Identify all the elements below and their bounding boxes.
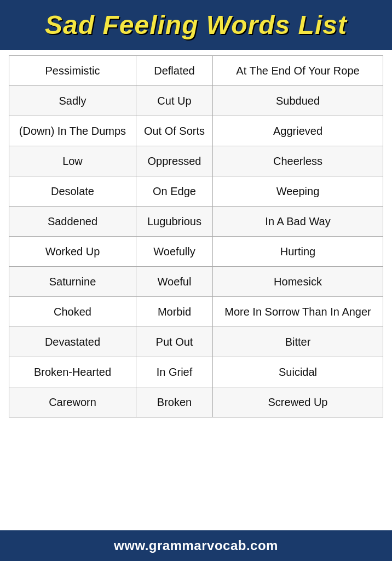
table-cell: Screwed Up: [213, 387, 383, 417]
table-cell: Desolate: [9, 176, 136, 207]
table-cell: Choked: [9, 297, 136, 327]
table-cell: Homesick: [213, 267, 383, 297]
table-row: LowOppressedCheerless: [9, 146, 383, 176]
words-table: PessimisticDeflatedAt The End Of Your Ro…: [9, 55, 383, 417]
table-row: ChokedMorbidMore In Sorrow Than In Anger: [9, 297, 383, 327]
table-cell: Pessimistic: [9, 56, 136, 86]
page-title: Sad Feeling Words List: [45, 10, 347, 39]
table-cell: Worked Up: [9, 237, 136, 267]
table-cell: Deflated: [136, 56, 212, 86]
table-row: DesolateOn EdgeWeeping: [9, 176, 383, 207]
table-cell: (Down) In The Dumps: [9, 116, 136, 146]
page-header: Sad Feeling Words List: [0, 0, 392, 50]
table-cell: Careworn: [9, 387, 136, 417]
table-cell: Weeping: [213, 176, 383, 207]
table-row: Broken-HeartedIn GriefSuicidal: [9, 357, 383, 387]
table-cell: Saddened: [9, 207, 136, 237]
table-cell: Suicidal: [213, 357, 383, 387]
table-cell: Bitter: [213, 327, 383, 357]
table-cell: Low: [9, 146, 136, 176]
table-cell: In Grief: [136, 357, 212, 387]
table-row: CarewornBrokenScrewed Up: [9, 387, 383, 417]
table-row: Worked UpWoefullyHurting: [9, 237, 383, 267]
table-cell: Devastated: [9, 327, 136, 357]
table-cell: In A Bad Way: [213, 207, 383, 237]
table-cell: Cheerless: [213, 146, 383, 176]
main-content: PessimisticDeflatedAt The End Of Your Ro…: [0, 50, 392, 530]
table-row: PessimisticDeflatedAt The End Of Your Ro…: [9, 56, 383, 86]
table-cell: Woefully: [136, 237, 212, 267]
table-cell: Sadly: [9, 86, 136, 116]
footer-url: www.grammarvocab.com: [114, 538, 278, 553]
table-cell: Lugubrious: [136, 207, 212, 237]
table-row: (Down) In The DumpsOut Of SortsAggrieved: [9, 116, 383, 146]
table-row: DevastatedPut OutBitter: [9, 327, 383, 357]
page-footer: www.grammarvocab.com: [0, 530, 392, 561]
table-cell: At The End Of Your Rope: [213, 56, 383, 86]
table-cell: Morbid: [136, 297, 212, 327]
table-cell: Cut Up: [136, 86, 212, 116]
table-row: SadlyCut UpSubdued: [9, 86, 383, 116]
table-cell: Oppressed: [136, 146, 212, 176]
table-cell: Subdued: [213, 86, 383, 116]
table-row: SaddenedLugubriousIn A Bad Way: [9, 207, 383, 237]
table-cell: Broken-Hearted: [9, 357, 136, 387]
table-cell: Broken: [136, 387, 212, 417]
table-row: SaturnineWoefulHomesick: [9, 267, 383, 297]
table-cell: Saturnine: [9, 267, 136, 297]
table-cell: On Edge: [136, 176, 212, 207]
table-cell: Out Of Sorts: [136, 116, 212, 146]
table-cell: Hurting: [213, 237, 383, 267]
table-cell: Put Out: [136, 327, 212, 357]
table-cell: Woeful: [136, 267, 212, 297]
table-cell: More In Sorrow Than In Anger: [213, 297, 383, 327]
table-cell: Aggrieved: [213, 116, 383, 146]
